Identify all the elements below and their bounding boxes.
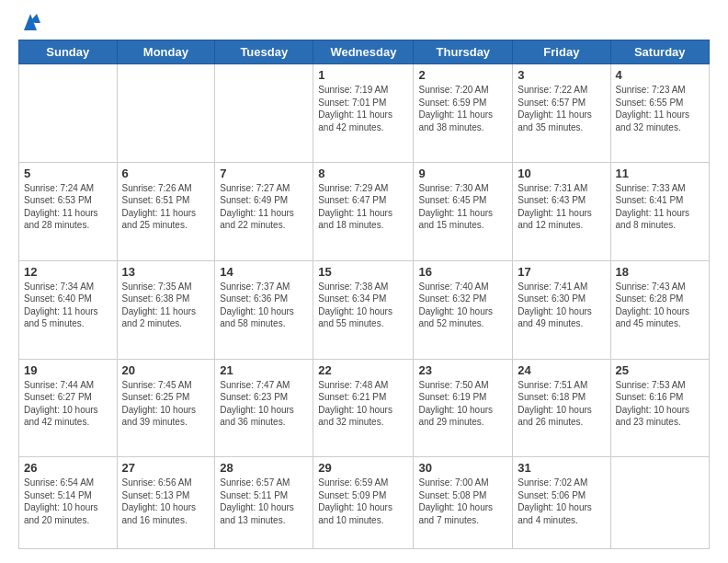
day-cell-27: 27Sunrise: 6:56 AM Sunset: 5:13 PM Dayli… [117,457,215,549]
day-number: 17 [518,265,605,279]
day-cell-13: 13Sunrise: 7:35 AM Sunset: 6:38 PM Dayli… [117,260,215,359]
day-number: 12 [24,265,112,279]
day-number: 26 [24,461,112,475]
day-number: 9 [418,167,507,180]
day-header-wednesday: Wednesday [313,40,414,64]
empty-cell [610,457,709,549]
day-cell-23: 23Sunrise: 7:50 AM Sunset: 6:19 PM Dayli… [414,359,513,457]
day-info: Sunrise: 7:53 AM Sunset: 6:16 PM Dayligh… [616,379,704,429]
day-number: 19 [24,363,112,377]
day-info: Sunrise: 7:27 AM Sunset: 6:49 PM Dayligh… [220,182,308,232]
day-info: Sunrise: 7:34 AM Sunset: 6:40 PM Dayligh… [24,281,112,330]
day-cell-20: 20Sunrise: 7:45 AM Sunset: 6:25 PM Dayli… [117,359,215,457]
day-header-sunday: Sunday [19,40,118,64]
day-number: 30 [418,461,507,475]
day-info: Sunrise: 7:02 AM Sunset: 5:06 PM Dayligh… [518,477,605,526]
day-number: 25 [616,363,704,377]
day-info: Sunrise: 7:47 AM Sunset: 6:23 PM Dayligh… [220,379,308,429]
day-header-friday: Friday [513,40,610,64]
day-number: 23 [418,363,507,377]
page: SundayMondayTuesdayWednesdayThursdayFrid… [0,0,728,563]
day-info: Sunrise: 7:24 AM Sunset: 6:53 PM Dayligh… [24,182,112,232]
day-cell-22: 22Sunrise: 7:48 AM Sunset: 6:21 PM Dayli… [313,359,414,457]
day-info: Sunrise: 7:22 AM Sunset: 6:57 PM Dayligh… [518,84,605,133]
day-cell-2: 2Sunrise: 7:20 AM Sunset: 6:59 PM Daylig… [414,64,513,163]
header [18,14,710,30]
day-info: Sunrise: 7:45 AM Sunset: 6:25 PM Dayligh… [122,379,210,429]
day-number: 6 [122,167,210,180]
day-info: Sunrise: 6:57 AM Sunset: 5:11 PM Dayligh… [220,477,308,526]
day-info: Sunrise: 7:33 AM Sunset: 6:41 PM Dayligh… [616,182,704,232]
header-row: SundayMondayTuesdayWednesdayThursdayFrid… [19,40,710,64]
day-number: 27 [122,461,210,475]
day-cell-5: 5Sunrise: 7:24 AM Sunset: 6:53 PM Daylig… [19,162,118,260]
day-cell-24: 24Sunrise: 7:51 AM Sunset: 6:18 PM Dayli… [513,359,610,457]
week-row-5: 26Sunrise: 6:54 AM Sunset: 5:14 PM Dayli… [19,457,710,549]
day-header-thursday: Thursday [414,40,513,64]
day-info: Sunrise: 7:37 AM Sunset: 6:36 PM Dayligh… [220,281,308,330]
week-row-4: 19Sunrise: 7:44 AM Sunset: 6:27 PM Dayli… [19,359,710,457]
empty-cell [215,64,313,163]
day-info: Sunrise: 7:29 AM Sunset: 6:47 PM Dayligh… [318,182,408,232]
day-cell-4: 4Sunrise: 7:23 AM Sunset: 6:55 PM Daylig… [610,64,709,163]
day-number: 5 [24,167,112,180]
day-cell-31: 31Sunrise: 7:02 AM Sunset: 5:06 PM Dayli… [513,457,610,549]
day-info: Sunrise: 7:35 AM Sunset: 6:38 PM Dayligh… [122,281,210,330]
day-cell-30: 30Sunrise: 7:00 AM Sunset: 5:08 PM Dayli… [414,457,513,549]
day-cell-16: 16Sunrise: 7:40 AM Sunset: 6:32 PM Dayli… [414,260,513,359]
day-cell-11: 11Sunrise: 7:33 AM Sunset: 6:41 PM Dayli… [610,162,709,260]
day-cell-12: 12Sunrise: 7:34 AM Sunset: 6:40 PM Dayli… [19,260,118,359]
empty-cell [117,64,215,163]
week-row-1: 1Sunrise: 7:19 AM Sunset: 7:01 PM Daylig… [19,64,710,163]
day-number: 2 [418,68,507,82]
day-cell-3: 3Sunrise: 7:22 AM Sunset: 6:57 PM Daylig… [513,64,610,163]
day-info: Sunrise: 7:23 AM Sunset: 6:55 PM Dayligh… [616,84,704,133]
day-number: 21 [220,363,308,377]
day-header-saturday: Saturday [610,40,709,64]
day-info: Sunrise: 7:38 AM Sunset: 6:34 PM Dayligh… [318,281,408,330]
day-cell-7: 7Sunrise: 7:27 AM Sunset: 6:49 PM Daylig… [215,162,313,260]
day-cell-15: 15Sunrise: 7:38 AM Sunset: 6:34 PM Dayli… [313,260,414,359]
day-info: Sunrise: 7:26 AM Sunset: 6:51 PM Dayligh… [122,182,210,232]
day-info: Sunrise: 7:31 AM Sunset: 6:43 PM Dayligh… [518,182,605,232]
day-info: Sunrise: 7:41 AM Sunset: 6:30 PM Dayligh… [518,281,605,330]
calendar-table: SundayMondayTuesdayWednesdayThursdayFrid… [18,40,710,549]
day-cell-6: 6Sunrise: 7:26 AM Sunset: 6:51 PM Daylig… [117,162,215,260]
day-header-monday: Monday [117,40,215,64]
day-cell-29: 29Sunrise: 6:59 AM Sunset: 5:09 PM Dayli… [313,457,414,549]
day-info: Sunrise: 6:56 AM Sunset: 5:13 PM Dayligh… [122,477,210,526]
day-number: 4 [616,68,704,82]
day-number: 20 [122,363,210,377]
day-number: 14 [220,265,308,279]
day-number: 18 [616,265,704,279]
day-cell-14: 14Sunrise: 7:37 AM Sunset: 6:36 PM Dayli… [215,260,313,359]
logo [18,14,40,30]
day-number: 24 [518,363,605,377]
week-row-2: 5Sunrise: 7:24 AM Sunset: 6:53 PM Daylig… [19,162,710,260]
day-number: 7 [220,167,308,180]
day-info: Sunrise: 7:00 AM Sunset: 5:08 PM Dayligh… [418,477,507,526]
day-cell-9: 9Sunrise: 7:30 AM Sunset: 6:45 PM Daylig… [414,162,513,260]
day-cell-21: 21Sunrise: 7:47 AM Sunset: 6:23 PM Dayli… [215,359,313,457]
day-info: Sunrise: 7:50 AM Sunset: 6:19 PM Dayligh… [418,379,507,429]
day-number: 16 [418,265,507,279]
day-cell-28: 28Sunrise: 6:57 AM Sunset: 5:11 PM Dayli… [215,457,313,549]
day-info: Sunrise: 7:20 AM Sunset: 6:59 PM Dayligh… [418,84,507,133]
day-info: Sunrise: 6:54 AM Sunset: 5:14 PM Dayligh… [24,477,112,526]
day-number: 22 [318,363,408,377]
day-number: 31 [518,461,605,475]
day-info: Sunrise: 7:48 AM Sunset: 6:21 PM Dayligh… [318,379,408,429]
empty-cell [19,64,118,163]
day-number: 8 [318,167,408,180]
day-info: Sunrise: 7:44 AM Sunset: 6:27 PM Dayligh… [24,379,112,429]
day-cell-25: 25Sunrise: 7:53 AM Sunset: 6:16 PM Dayli… [610,359,709,457]
day-number: 28 [220,461,308,475]
day-cell-1: 1Sunrise: 7:19 AM Sunset: 7:01 PM Daylig… [313,64,414,163]
day-cell-17: 17Sunrise: 7:41 AM Sunset: 6:30 PM Dayli… [513,260,610,359]
day-number: 15 [318,265,408,279]
day-info: Sunrise: 7:51 AM Sunset: 6:18 PM Dayligh… [518,379,605,429]
day-info: Sunrise: 7:19 AM Sunset: 7:01 PM Dayligh… [318,84,408,133]
day-cell-18: 18Sunrise: 7:43 AM Sunset: 6:28 PM Dayli… [610,260,709,359]
logo-icon [20,14,40,30]
day-header-tuesday: Tuesday [215,40,313,64]
